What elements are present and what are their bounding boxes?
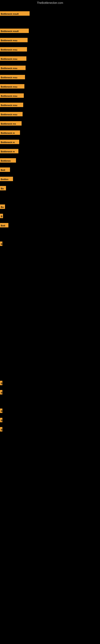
bar-label: Bottlenec [0,158,16,162]
bottleneck-bar: Bo [0,186,6,190]
bar-label: Bott [0,223,8,228]
bottleneck-bar: Bottleneck resu [0,56,26,61]
bottleneck-bar: Bottleneck resu [0,103,23,107]
bottleneck-bar: B [0,408,2,413]
bar-label: B [0,242,2,246]
bar-label: B [0,381,2,385]
bottleneck-bar: Bottleneck resu [0,112,23,116]
bottleneck-bar: Bottleneck result [0,11,30,16]
bottleneck-bar: Bott [0,168,10,172]
bottleneck-bar: B [0,390,2,394]
bar-label: B [0,408,2,413]
bottleneck-bar: Bottleneck res [0,121,22,126]
bar-label: B [0,418,2,422]
bottleneck-bar: Bottleneck result [0,28,29,33]
bar-label: Bottleneck resu [0,112,23,116]
bottleneck-bar: Bottleneck re [0,149,18,153]
bar-label: B [0,214,3,218]
bar-label: Bo [0,204,5,209]
bar-label: Bottleneck resu [0,75,25,79]
bottleneck-bar: B [0,242,2,246]
bottleneck-bar: Bottlen [0,177,13,181]
bottleneck-bar: Bottleneck resu [0,47,27,52]
bottleneck-bar: Bottleneck resu [0,94,24,98]
bottleneck-bar: B [0,214,3,218]
bar-label: Bottleneck result [0,28,29,33]
bar-label: Bott [0,168,10,172]
bar-label: B [0,390,2,394]
bottleneck-bar: Bottleneck resu [0,38,28,42]
bar-label: Bottleneck resu [0,56,26,61]
bar-label: Bottleneck resu [0,47,27,52]
bottleneck-bar: Bottleneck re [0,130,20,135]
bar-label: Bottleneck re [0,140,19,144]
bottleneck-bar: Bottleneck resu [0,66,26,70]
bottleneck-bar: B [0,427,2,432]
bar-label: Bo [0,186,6,190]
bar-label: Bottleneck re [0,130,20,135]
bar-label: Bottleneck resu [0,66,26,70]
bar-label: Bottleneck resu [0,94,24,98]
bar-label: Bottleneck result [0,11,30,16]
bottleneck-bar: Bottlenec [0,158,16,162]
bottleneck-bar: Bottleneck resu [0,84,24,88]
bar-label: B [0,427,2,432]
bar-label: Bottleneck resu [0,103,23,107]
bottleneck-bar: Bottleneck resu [0,75,25,79]
site-title: TheBottlenecker.com [0,0,100,6]
bottleneck-bar: Bottleneck re [0,140,19,144]
bar-label: Bottlen [0,177,13,181]
bar-label: Bottleneck resu [0,84,24,88]
bottleneck-bar: Bo [0,204,5,209]
bar-label: Bottleneck re [0,149,18,153]
bar-label: Bottleneck res [0,121,22,126]
bottleneck-bar: B [0,381,2,385]
bottleneck-bar: Bott [0,223,8,228]
bar-label: Bottleneck resu [0,38,28,42]
bottleneck-bar: B [0,418,2,422]
